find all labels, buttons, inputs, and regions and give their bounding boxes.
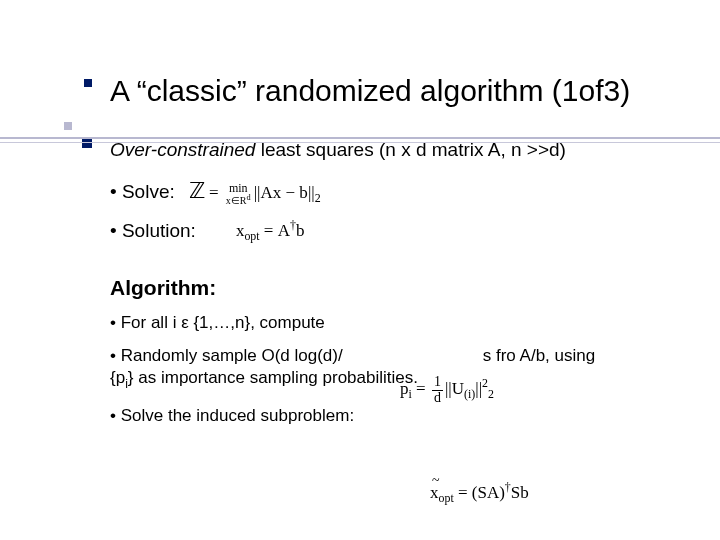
solve-label: • Solve: xyxy=(110,179,175,205)
algorithm-header: Algorithm: xyxy=(110,274,680,302)
subtitle: Over-constrained least squares (n x d ma… xyxy=(110,137,680,163)
solve-formula: ℤ = minx∈Rd||Ax − b||2 xyxy=(189,176,321,207)
slide: A “classic” randomized algorithm (1of3) … xyxy=(0,0,720,540)
solution-label: • Solution: xyxy=(110,218,196,244)
step-3: • Solve the induced subproblem: xyxy=(110,405,680,428)
step-1: • For all i ε {1,…,n}, compute xyxy=(110,312,680,335)
slide-body: Over-constrained least squares (n x d ma… xyxy=(110,137,680,429)
slide-title: A “classic” randomized algorithm (1of3) xyxy=(110,74,680,109)
step-2: • Randomly sample O(d log(d)/s fro A/b, … xyxy=(110,345,680,391)
solve-row: • Solve: ℤ = minx∈Rd||Ax − b||2 xyxy=(110,176,680,207)
pi-formula: pi = 1d||U(i)||22 xyxy=(400,375,494,405)
final-formula: xopt = (SA)†Sb xyxy=(430,480,529,506)
divider xyxy=(0,137,720,139)
solution-row: • Solution: xopt = A†b xyxy=(110,217,680,244)
solution-formula: xopt = A†b xyxy=(210,217,305,244)
algorithm-steps: • For all i ε {1,…,n}, compute • Randoml… xyxy=(110,312,680,428)
